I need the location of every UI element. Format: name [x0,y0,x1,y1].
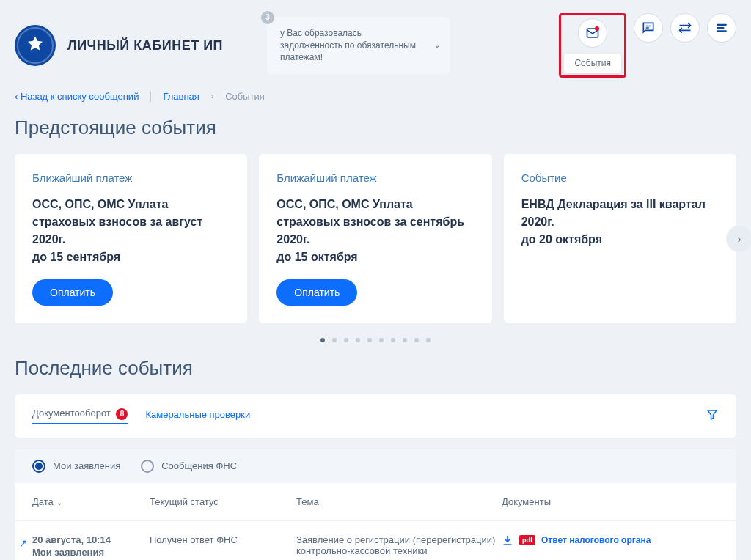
radio-icon [141,460,154,473]
carousel-dots [0,323,751,357]
document-link[interactable]: pdf Ответ налогового органа [502,534,719,546]
pay-button[interactable]: Оплатить [32,279,113,306]
row-status: Получен ответ ФНС [150,534,296,545]
breadcrumb-separator [150,92,151,102]
swap-icon [678,21,692,35]
carousel-dot[interactable] [367,338,372,342]
logo [15,25,56,66]
card-text: ОСС, ОПС, ОМС Уплата страховых взносов з… [276,196,474,266]
upcoming-title: Предстоящие события [0,117,751,154]
carousel-dot[interactable] [332,338,337,342]
card-tag: Ближайший платеж [32,172,230,184]
breadcrumb-current: События [225,91,265,102]
menu-icon [714,21,729,35]
carousel-dot[interactable] [356,338,360,342]
events-label: События [564,54,621,73]
tabs-container: Документооборот 8 Камеральные проверки [15,394,736,438]
col-header-topic[interactable]: Тема [296,496,502,507]
notification-text: у Вас образовалась задолженность по обяз… [280,28,416,63]
col-header-status[interactable]: Текущий статус [150,496,296,507]
tab-docflow[interactable]: Документооборот 8 [32,408,128,424]
notification-box[interactable]: 3 у Вас образовалась задолженность по об… [267,17,450,74]
carousel-dot[interactable] [414,338,419,342]
app-title: ЛИЧНЫЙ КАБИНЕТ ИП [67,38,223,54]
mail-icon-button[interactable] [578,18,607,48]
carousel-dot[interactable] [344,338,348,342]
cards-carousel: Ближайший платеж ОСС, ОПС, ОМС Уплата ст… [0,154,751,323]
row-category: Мои заявления [32,547,150,558]
carousel-dot[interactable] [391,338,395,342]
chevron-right-icon: › [211,92,213,100]
filter-row: Мои заявления Сообщения ФНС [15,449,736,483]
header-icons: События [559,13,736,78]
chevron-down-icon: ⌄ [434,40,440,51]
menu-icon-button[interactable] [707,13,736,43]
table-header: Дата⌄ Текущий статус Тема Документы [15,483,736,520]
carousel-next-button[interactable]: › [726,226,751,252]
table-row: ↗ 20 августа, 10:14 Мои заявления Получе… [15,520,736,561]
row-date: 20 августа, 10:14 [32,534,150,545]
row-arrow-icon: ↗ [19,537,28,549]
card-tag: Событие [521,172,719,184]
tab-badge: 8 [116,408,128,420]
carousel-dot[interactable] [403,338,407,342]
download-icon [502,534,513,546]
notification-badge: 3 [261,11,274,24]
radio-fns-msgs[interactable]: Сообщения ФНС [141,460,237,473]
event-card: Событие ЕНВД Декларация за III квартал 2… [504,154,736,323]
event-card: Ближайший платеж ОСС, ОПС, ОМС Уплата ст… [15,154,247,323]
pdf-badge: pdf [519,535,535,545]
tab-audits[interactable]: Камеральные проверки [145,409,250,423]
chat-icon [641,21,656,35]
card-text: ЕНВД Декларация за III квартал 2020г. до… [521,196,719,248]
events-table: Мои заявления Сообщения ФНС Дата⌄ Текущи… [15,449,736,561]
breadcrumb-home[interactable]: Главная [163,91,199,102]
chat-icon-button[interactable] [634,13,663,43]
carousel-dot[interactable] [379,338,384,342]
filter-icon [706,408,719,421]
header: ЛИЧНЫЙ КАБИНЕТ ИП 3 у Вас образовалась з… [0,0,751,91]
breadcrumb: ‹ Назад к списку сообщений Главная › Соб… [0,91,751,117]
sort-icon: ⌄ [56,498,62,506]
filter-icon-button[interactable] [706,408,719,424]
event-card: Ближайший платеж ОСС, ОПС, ОМС Уплата ст… [259,154,491,323]
events-highlight: События [559,13,626,78]
carousel-dot[interactable] [426,338,431,342]
radio-icon-checked [32,460,45,473]
radio-my-apps[interactable]: Мои заявления [32,460,120,473]
recent-title: Последние события [0,357,751,394]
col-header-docs[interactable]: Документы [502,496,719,507]
col-header-date[interactable]: Дата⌄ [32,496,150,507]
swap-icon-button[interactable] [670,13,700,43]
card-tag: Ближайший платеж [276,172,474,184]
breadcrumb-back[interactable]: ‹ Назад к списку сообщений [15,91,139,102]
pay-button[interactable]: Оплатить [276,279,357,306]
row-topic: Заявление о регистрации (перерегистрации… [296,534,502,556]
card-text: ОСС, ОПС, ОМС Уплата страховых взносов з… [32,196,230,266]
carousel-dot[interactable] [320,338,325,342]
